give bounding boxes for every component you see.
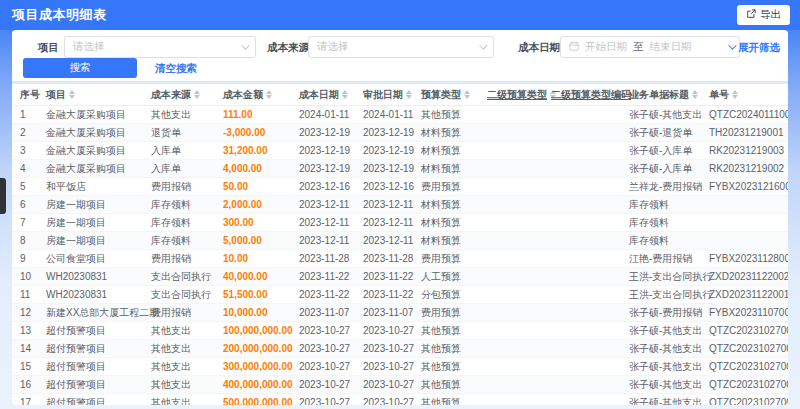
- table-cell: 其他支出: [151, 108, 223, 122]
- column-header-2[interactable]: 项目: [46, 88, 151, 102]
- chevron-down-icon: [241, 41, 249, 49]
- clear-search-link[interactable]: 清空搜索: [155, 58, 197, 78]
- project-filter-label: 项目: [38, 36, 59, 58]
- table-cell: 房建一期项目: [46, 216, 151, 230]
- column-header-6[interactable]: 审批日期: [363, 88, 421, 102]
- table-cell: 11: [20, 289, 46, 300]
- table-cell: 超付预警项目: [46, 342, 151, 356]
- table-cell: 其他预算: [421, 324, 487, 338]
- table-cell: 张子硕-其他支出: [629, 360, 709, 374]
- sort-icon[interactable]: [194, 90, 200, 99]
- sort-icon[interactable]: [342, 90, 348, 99]
- project-select[interactable]: 请选择: [64, 36, 256, 58]
- table-cell: 10,000.00: [223, 307, 299, 318]
- table-cell: 50.00: [223, 181, 299, 192]
- expand-filters-link[interactable]: 展开筛选: [728, 36, 780, 58]
- expand-filters-label: 展开筛选: [738, 36, 780, 58]
- column-header-5[interactable]: 成本日期: [299, 88, 363, 102]
- search-button[interactable]: 搜索: [23, 58, 137, 78]
- table-cell: 2023-10-27: [299, 325, 363, 336]
- table-cell: 2023-12-19: [299, 163, 363, 174]
- page: 项目成本明细表 导出 项目 请选择 成本来源 请选择 成本日期: [0, 0, 800, 409]
- table-cell: 111.00: [223, 109, 299, 120]
- table-cell: 13: [20, 325, 46, 336]
- column-header-7[interactable]: 预算类型: [421, 88, 487, 102]
- table-cell: 2023-12-11: [299, 235, 363, 246]
- table-row: 2金融大厦采购项目退货单-3,000.002023-12-192023-12-1…: [12, 124, 788, 142]
- table-cell: 库存领料: [151, 216, 223, 230]
- table-header-row: 序号项目成本来源成本金额成本日期审批日期预算类型二级预算类型二级预算类型编码业务…: [12, 84, 788, 106]
- table-cell: 材料预算: [421, 126, 487, 140]
- page-title: 项目成本明细表: [12, 0, 107, 30]
- column-header-11[interactable]: 单号: [709, 88, 778, 102]
- table-cell: 9: [20, 253, 46, 264]
- chevron-down-icon: [479, 41, 487, 49]
- column-header-label: 序号: [20, 88, 40, 102]
- table-cell: 100,000,000.00: [223, 325, 299, 336]
- table-cell: 支出合同执行: [151, 288, 223, 302]
- table-cell: 2023-12-19: [363, 127, 421, 138]
- table-cell: QTZC20231027002: [709, 379, 788, 390]
- table-cell: 房建一期项目: [46, 234, 151, 248]
- table-cell: 其他支出: [151, 324, 223, 338]
- table-cell: 张子硕-其他支出: [629, 342, 709, 356]
- table-cell: 2023-12-16: [363, 181, 421, 192]
- export-button[interactable]: 导出: [737, 5, 790, 25]
- table-cell: 其他预算: [421, 342, 487, 356]
- table-cell: 15: [20, 361, 46, 372]
- column-header-label: 成本金额: [223, 88, 263, 102]
- table-row: 17超付预警项目其他支出500,000,000.002023-10-272023…: [12, 394, 788, 405]
- table-row: 13超付预警项目其他支出100,000,000.002023-10-272023…: [12, 322, 788, 340]
- table-cell: 王洪-支出合同执行: [629, 270, 709, 284]
- column-header-label: 业务单据标题: [629, 88, 689, 102]
- table-cell: 库存领料: [629, 198, 709, 212]
- table-cell: FYBX20231107001: [709, 307, 788, 318]
- table-cell: 500,000,000.00: [223, 397, 299, 405]
- sort-icon[interactable]: [266, 90, 272, 99]
- table-cell: 2023-11-28: [363, 253, 421, 264]
- sort-icon[interactable]: [732, 90, 738, 99]
- sort-icon[interactable]: [406, 90, 412, 99]
- table-cell: 金融大厦采购项目: [46, 144, 151, 158]
- table-cell: 6: [20, 199, 46, 210]
- calendar-icon: [569, 41, 579, 53]
- column-header-9[interactable]: 二级预算类型编码: [551, 88, 629, 102]
- table-cell: 2023-12-16: [299, 181, 363, 192]
- table-cell: 和平饭店: [46, 180, 151, 194]
- top-header-bar: 项目成本明细表 导出: [0, 0, 800, 30]
- chevron-down-icon: [728, 41, 736, 49]
- table-row: 14超付预警项目其他支出200,000,000.002023-10-272023…: [12, 340, 788, 358]
- table-cell: 张子硕-其他支出: [629, 108, 709, 122]
- column-header-10[interactable]: 业务单据标题: [629, 88, 709, 102]
- table-cell: 2023-10-27: [299, 379, 363, 390]
- table-cell: 分包预算: [421, 288, 487, 302]
- table-cell: 支出合同执行: [151, 270, 223, 284]
- column-header-4[interactable]: 成本金额: [223, 88, 299, 102]
- table-cell: 超付预警项目: [46, 324, 151, 338]
- cost-date-range-input[interactable]: 开始日期 至 结束日期: [560, 36, 740, 58]
- column-header-1: 序号: [20, 88, 46, 102]
- side-drawer-handle[interactable]: [0, 178, 6, 214]
- table-cell: FYBX20231128001: [709, 253, 788, 264]
- table-cell: 新建XX总部大厦工程二期: [46, 306, 151, 320]
- table-row: 16超付预警项目其他支出400,000,000.002023-10-272023…: [12, 376, 788, 394]
- table-body: 1金融大厦采购项目其他支出111.002024-01-112024-01-11其…: [12, 106, 788, 405]
- table-cell: 张子硕-其他支出: [629, 378, 709, 392]
- table-cell: QTZC20231027002: [709, 397, 788, 405]
- table-cell: 金融大厦采购项目: [46, 126, 151, 140]
- table-cell: 兰祥龙-费用报销: [629, 180, 709, 194]
- table-cell: 2023-10-27: [363, 379, 421, 390]
- sort-icon[interactable]: [692, 90, 698, 99]
- table-cell: 费用预算: [421, 306, 487, 320]
- table-cell: 2023-10-27: [299, 361, 363, 372]
- column-header-label: 审批日期: [363, 88, 403, 102]
- column-header-8[interactable]: 二级预算类型: [487, 88, 551, 102]
- sort-icon[interactable]: [69, 90, 75, 99]
- column-header-3[interactable]: 成本来源: [151, 88, 223, 102]
- sort-icon[interactable]: [464, 90, 470, 99]
- table-cell: 金融大厦采购项目: [46, 162, 151, 176]
- table-cell: TH20231219001: [709, 127, 784, 138]
- table-row: 12新建XX总部大厦工程二期费用报销10,000.002023-11-07202…: [12, 304, 788, 322]
- table-cell: QTZC20231027002: [709, 325, 788, 336]
- cost-source-select[interactable]: 请选择: [308, 36, 494, 58]
